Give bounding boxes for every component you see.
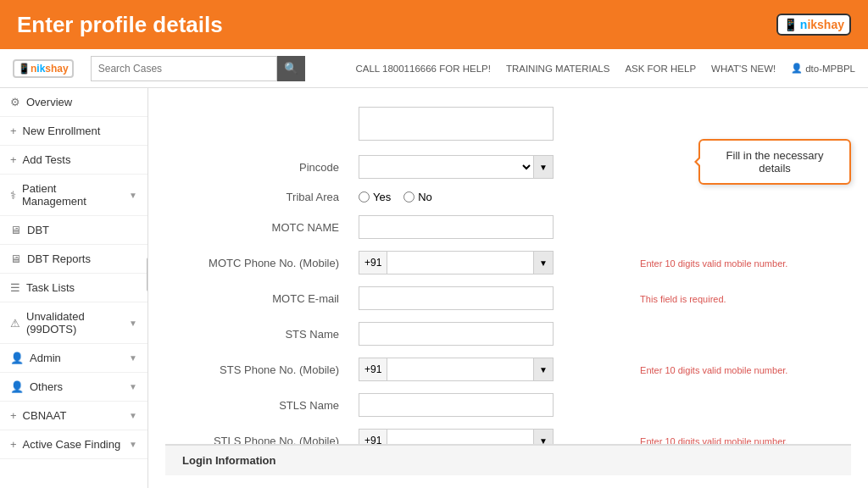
- tooltip-text: Fill in the necessary details: [726, 149, 824, 175]
- motc-phone-label: MOTC Phone No. (Mobile): [165, 245, 352, 280]
- nav-logo: 📱nikshay: [13, 59, 74, 78]
- sidebar-item-cbnaat[interactable]: + CBNAAT ▼: [0, 402, 147, 430]
- sts-phone-wrap: +91 ▼: [359, 358, 554, 381]
- form-row-motc-phone: MOTC Phone No. (Mobile) +91 ▼ Enter 10 d…: [165, 245, 851, 280]
- nav-link-whats-new[interactable]: WHAT'S NEW!: [711, 64, 776, 74]
- new-enrollment-icon: +: [10, 125, 17, 137]
- sidebar-item-label: Admin: [30, 352, 61, 364]
- sidebar-item-admin[interactable]: 👤 Admin ▼: [0, 344, 147, 373]
- motc-phone-wrap: +91 ▼: [359, 251, 554, 274]
- pincode-select[interactable]: [359, 156, 533, 178]
- task-lists-icon: ☰: [10, 281, 20, 294]
- pincode-arrow-button[interactable]: ▼: [533, 156, 553, 178]
- sidebar-item-label: Overview: [26, 96, 72, 108]
- login-info-label: Login Information: [182, 454, 275, 467]
- stls-name-input[interactable]: [359, 393, 554, 417]
- motc-name-input[interactable]: [359, 215, 554, 239]
- sidebar-item-label: New Enrollment: [23, 125, 101, 137]
- tribal-no-label[interactable]: No: [403, 191, 432, 203]
- search-container: 🔍: [91, 56, 305, 81]
- sidebar-item-label: DBT: [27, 224, 49, 236]
- chevron-down-icon: ▼: [129, 440, 137, 449]
- add-tests-icon: +: [10, 153, 17, 166]
- sidebar-item-others[interactable]: 👤 Others ▼: [0, 373, 147, 402]
- sts-phone-input[interactable]: [387, 358, 533, 380]
- form-row-motc-name: MOTC NAME: [165, 209, 851, 245]
- sidebar-item-label: Task Lists: [26, 281, 75, 294]
- chevron-down-icon: ▼: [129, 319, 137, 328]
- sidebar-item-label: Patient Management: [22, 182, 123, 208]
- sidebar-item-label: DBT Reports: [27, 252, 91, 265]
- form-row-sts-name: STS Name: [165, 316, 851, 352]
- stls-name-label: STLS Name: [165, 387, 352, 423]
- sts-name-input[interactable]: [359, 322, 554, 346]
- sidebar-item-label: Others: [30, 380, 63, 393]
- tribal-yes-radio[interactable]: [359, 191, 370, 202]
- motc-email-label: MOTC E-mail: [165, 280, 352, 316]
- motc-phone-input[interactable]: [387, 252, 533, 274]
- login-info-bar: Login Information: [165, 444, 851, 475]
- others-icon: 👤: [10, 380, 24, 393]
- main-layout: ◀ ⚙ Overview + New Enrollment + Add Test…: [0, 88, 868, 488]
- sts-phone-error: Enter 10 digits valid mobile number.: [640, 365, 787, 375]
- nav-link-training[interactable]: TRAINING MATERIALS: [506, 64, 609, 74]
- nav-links: CALL 1800116666 FOR HELP! TRAINING MATER…: [356, 63, 856, 74]
- tribal-area-label: Tribal Area: [165, 185, 352, 209]
- sts-phone-arrow-button[interactable]: ▼: [533, 358, 553, 380]
- sidebar-item-label: Active Case Finding: [23, 438, 121, 451]
- sts-phone-label: STS Phone No. (Mobile): [165, 352, 352, 387]
- tooltip-bubble: Fill in the necessary details: [698, 139, 851, 185]
- sidebar-item-label: Unvalidated (99DOTS): [26, 310, 123, 336]
- case-finding-icon: +: [10, 438, 17, 451]
- motc-name-label: MOTC NAME: [165, 209, 352, 245]
- unvalidated-icon: ⚠: [10, 317, 20, 330]
- search-button[interactable]: 🔍: [277, 56, 305, 81]
- chevron-down-icon: ▼: [129, 411, 137, 420]
- tribal-yes-label[interactable]: Yes: [359, 191, 391, 203]
- chevron-down-icon: ▼: [129, 191, 137, 200]
- cbnaat-icon: +: [10, 409, 17, 422]
- motc-phone-arrow-button[interactable]: ▼: [533, 252, 553, 274]
- nav-logo-text: 📱nikshay: [18, 63, 69, 75]
- overview-icon: ⚙: [10, 96, 20, 108]
- nav-link-call[interactable]: CALL 1800116666 FOR HELP!: [356, 64, 491, 74]
- tribal-radio-group: Yes No: [359, 191, 626, 203]
- sidebar-item-patient-management[interactable]: ⚕ Patient Management ▼: [0, 175, 147, 216]
- motc-phone-prefix: +91: [359, 252, 387, 274]
- sidebar-item-task-lists[interactable]: ☰ Task Lists: [0, 274, 147, 302]
- sidebar: ◀ ⚙ Overview + New Enrollment + Add Test…: [0, 88, 148, 488]
- logo-text: nikshay: [800, 18, 844, 31]
- logo-box: 📱 nikshay: [776, 14, 851, 36]
- form-row-motc-email: MOTC E-mail This field is required.: [165, 280, 851, 316]
- content-area: Fill in the necessary details Pincode: [148, 88, 868, 488]
- sidebar-item-add-tests[interactable]: + Add Tests: [0, 146, 147, 175]
- motc-email-input[interactable]: [359, 286, 554, 310]
- textarea-field[interactable]: [359, 107, 554, 141]
- nav-user[interactable]: dto-MPBPL: [791, 63, 855, 74]
- sts-name-label: STS Name: [165, 316, 352, 352]
- sidebar-item-unvalidated[interactable]: ⚠ Unvalidated (99DOTS) ▼: [0, 302, 147, 344]
- form-row-tribal: Tribal Area Yes No: [165, 185, 851, 209]
- sidebar-item-label: Add Tests: [23, 153, 71, 166]
- sidebar-item-case-finding[interactable]: + Active Case Finding ▼: [0, 430, 147, 459]
- chevron-down-icon: ▼: [129, 382, 137, 391]
- banner: Enter profile details 📱 nikshay: [0, 0, 868, 49]
- chevron-down-icon: ▼: [129, 353, 137, 363]
- sidebar-item-dbt[interactable]: 🖥 DBT: [0, 216, 147, 245]
- patient-mgmt-icon: ⚕: [10, 189, 16, 202]
- nav-link-ask-help[interactable]: ASK FOR HELP: [625, 64, 696, 74]
- banner-logo: 📱 nikshay: [776, 14, 851, 36]
- banner-title: Enter profile details: [17, 12, 223, 38]
- navbar: 📱nikshay 🔍 CALL 1800116666 FOR HELP! TRA…: [0, 49, 868, 88]
- form-row-sts-phone: STS Phone No. (Mobile) +91 ▼ Enter 10 di…: [165, 352, 851, 387]
- logo-phone-icon: 📱: [783, 18, 798, 31]
- admin-icon: 👤: [10, 352, 24, 364]
- sidebar-item-overview[interactable]: ⚙ Overview: [0, 88, 147, 117]
- dbt-icon: 🖥: [10, 224, 21, 236]
- textarea-label-cell: [165, 101, 352, 149]
- search-input[interactable]: [91, 56, 277, 81]
- sidebar-item-new-enrollment[interactable]: + New Enrollment: [0, 117, 147, 146]
- sidebar-item-dbt-reports[interactable]: 🖥 DBT Reports: [0, 245, 147, 274]
- tribal-no-radio[interactable]: [403, 191, 415, 202]
- dbt-reports-icon: 🖥: [10, 252, 21, 265]
